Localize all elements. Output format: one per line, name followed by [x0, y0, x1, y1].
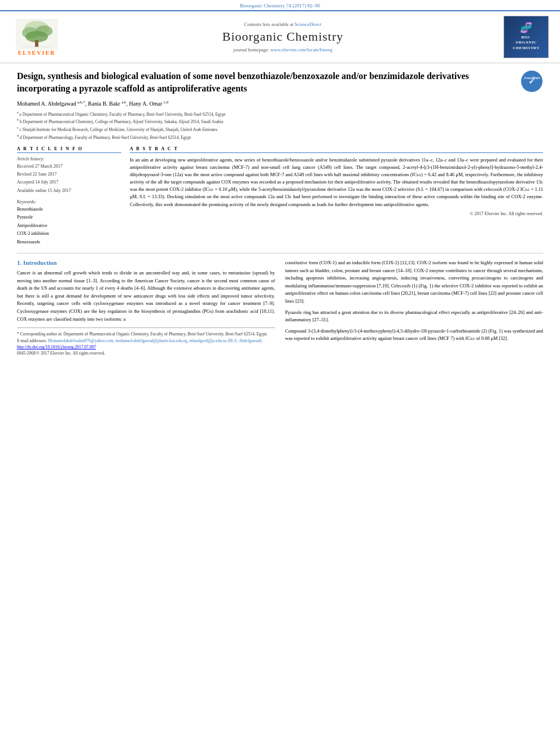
svg-text:CrossMark: CrossMark: [524, 76, 540, 80]
received-date: Received 27 March 2017: [17, 163, 121, 171]
body-right-col: constitutive form (COX-1) and an inducib…: [285, 259, 543, 356]
article-info-col: A R T I C L E I N F O Article history: R…: [17, 146, 121, 247]
section1-text-right2: Pyrazole ring has attracted a great atte…: [285, 309, 543, 324]
keyword-1: Benzothiazole: [17, 206, 121, 213]
journal-header: ELSEVIER Contents lists available at Sci…: [0, 10, 560, 63]
footnote-section: * Corresponding author at: Department of…: [17, 327, 275, 356]
affiliations: a a Department of Pharmaceutical Organic…: [17, 110, 543, 141]
homepage-line: journal homepage: www.elsevier.com/locat…: [62, 47, 504, 53]
keyword-2: Pyrazole: [17, 213, 121, 221]
section1-title: 1. Introduction: [17, 259, 275, 266]
section-divider: [17, 253, 543, 254]
keyword-4: COX-2 inhibition: [17, 230, 121, 238]
section1-text-left: Cancer is an abnormal cell growth which …: [17, 269, 275, 323]
article-history-label: Article history:: [17, 156, 121, 161]
journal-title: Bioorganic Chemistry: [62, 29, 504, 44]
article-info-header: A R T I C L E I N F O: [17, 146, 121, 153]
footnote-email-link[interactable]: Mohamedabdelwahat976@yahoo.com, mohamed.…: [48, 338, 262, 343]
revised-date: Revised 22 June 2017: [17, 171, 121, 178]
bioorganic-logo: 🧬 BIO-ORGANICCHEMISTRY: [504, 16, 549, 58]
homepage-url[interactable]: www.elsevier.com/locate/bioorg: [270, 47, 333, 53]
journal-header-center: Contents lists available at ScienceDirec…: [62, 21, 504, 53]
elsevier-wordmark: ELSEVIER: [18, 50, 56, 56]
article-history-block: Article history: Received 27 March 2017 …: [17, 156, 121, 195]
body-left-col: 1. Introduction Cancer is an abnormal ce…: [17, 259, 275, 356]
affiliation-a: a a Department of Pharmaceutical Organic…: [17, 110, 543, 117]
article-info-abstract: A R T I C L E I N F O Article history: R…: [17, 146, 543, 247]
article-title-section: Design, synthesis and biological evaluat…: [17, 70, 543, 94]
article-dates: Received 27 March 2017 Revised 22 June 2…: [17, 163, 121, 195]
crossmark-icon[interactable]: ✓ CrossMark: [521, 71, 542, 92]
abstract-header: A B S T R A C T: [130, 146, 543, 153]
section1-text-right3: Compound 3-(3,4-dimethylphenyl)-5-(4-met…: [285, 327, 543, 343]
affiliation-c: c c Sharjah Institute for Medical Resear…: [17, 125, 543, 133]
sciencedirect-link[interactable]: ScienceDirect: [295, 21, 322, 27]
contents-available-line: Contents lists available at ScienceDirec…: [62, 21, 504, 27]
main-content: Design, synthesis and biological evaluat…: [0, 63, 560, 362]
keywords-section: Keywords: Benzothiazole Pyrazole Antipro…: [17, 199, 121, 246]
elsevier-tree-icon: [16, 19, 58, 50]
article-title: Design, synthesis and biological evaluat…: [17, 70, 520, 94]
footnote-corresponding: * Corresponding author at: Department of…: [17, 331, 275, 338]
elsevier-logo-block: ELSEVIER: [11, 19, 62, 56]
crossmark-badge-container[interactable]: ✓ CrossMark: [520, 70, 543, 93]
keywords-label: Keywords:: [17, 199, 121, 204]
body-columns: 1. Introduction Cancer is an abnormal ce…: [17, 259, 543, 356]
abstract-text: In an aim at developing new antiprolifer…: [130, 156, 543, 208]
section1-text-right1: constitutive form (COX-1) and an inducib…: [285, 259, 543, 305]
abstract-col: A B S T R A C T In an aim at developing …: [130, 146, 543, 247]
affiliation-b: b b Department of Pharmaceutical Chemist…: [17, 117, 543, 125]
keyword-5: Benzoxazole: [17, 238, 121, 246]
keywords-list: Benzothiazole Pyrazole Antiproliferative…: [17, 206, 121, 246]
footnote-email: E-mail addresses: Mohamedabdelwahat976@y…: [17, 338, 275, 344]
doi-line: http://dx.doi.org/10.1016/j.bioorg.2017.…: [17, 344, 275, 350]
authors-line: Mohamed A. Abdelgawad a,b,*, Rania B. Ba…: [17, 100, 543, 107]
copyright-line: © 2017 Elsevier Inc. All rights reserved…: [130, 211, 543, 216]
affiliation-d: d d Department of Pharmacology, Faculty …: [17, 133, 543, 141]
journal-citation: Bioorganic Chemistry 74 (2017) 82–90: [0, 0, 560, 10]
svg-rect-5: [35, 40, 38, 47]
keyword-3: Antiproliferative: [17, 222, 121, 230]
citation-text: Bioorganic Chemistry 74 (2017) 82–90: [240, 3, 320, 8]
accepted-date: Accepted 14 July 2017: [17, 178, 121, 186]
doi-link[interactable]: http://dx.doi.org/10.1016/j.bioorg.2017.…: [17, 344, 96, 350]
issn-line: 0045-2068/© 2017 Elsevier Inc. All right…: [17, 351, 275, 356]
bio-icon: 🧬: [520, 21, 532, 34]
available-date: Available online 15 July 2017: [17, 187, 121, 195]
